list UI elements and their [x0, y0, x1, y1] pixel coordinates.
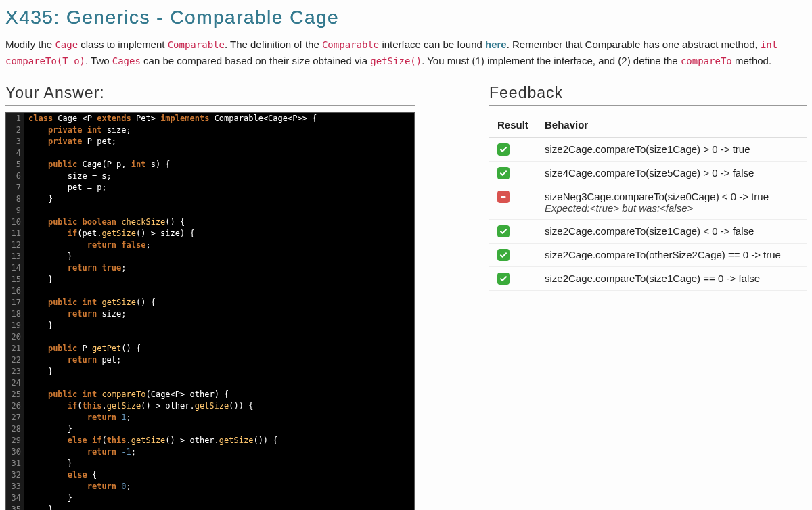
line-number: 34 [9, 492, 21, 504]
code-line[interactable] [28, 205, 317, 216]
line-number: 25 [9, 389, 21, 400]
code-line[interactable]: return 0; [28, 481, 317, 492]
code-line[interactable]: } [28, 492, 317, 504]
code-line[interactable] [28, 147, 317, 159]
minus-icon [497, 191, 510, 203]
code-line[interactable]: return -1; [28, 446, 317, 458]
line-number: 26 [9, 400, 21, 412]
code-line[interactable]: return pet; [28, 354, 317, 366]
code-line[interactable]: if(this.getSize() > other.getSize()) { [28, 400, 317, 412]
code-line[interactable]: } [28, 458, 317, 469]
code-getsize: getSize() [370, 55, 422, 66]
code-line[interactable]: private P pet; [28, 136, 317, 147]
behavior-text: size2Cage.compareTo(size1Cage) < 0 -> fa… [545, 225, 798, 237]
code-cage: Cage [55, 39, 78, 50]
line-number: 30 [9, 446, 21, 458]
page-title: X435: Generics - Comparable Cage [5, 7, 807, 28]
code-line[interactable] [28, 377, 317, 389]
code-line[interactable]: } [28, 251, 317, 262]
code-line[interactable] [28, 331, 317, 343]
line-number: 2 [9, 124, 21, 136]
code-line[interactable]: if(pet.getSize() > size) { [28, 228, 317, 239]
code-line[interactable]: } [28, 193, 317, 205]
code-line[interactable]: public Cage(P p, int s) { [28, 159, 317, 170]
line-number: 13 [9, 251, 21, 262]
check-icon [497, 225, 510, 237]
code-line[interactable]: return size; [28, 308, 317, 320]
instr-span: interface can be found [379, 39, 485, 50]
code-line[interactable]: public P getPet() { [28, 343, 317, 354]
line-gutter: 1234567891011121314151617181920212223242… [6, 113, 24, 510]
code-line[interactable]: public int compareTo(Cage<P> other) { [28, 389, 317, 400]
code-line[interactable]: else if(this.getSize() > other.getSize()… [28, 435, 317, 446]
code-line[interactable]: public int getSize() { [28, 297, 317, 308]
code-line[interactable]: size = s; [28, 170, 317, 182]
line-number: 32 [9, 469, 21, 481]
line-number: 14 [9, 262, 21, 274]
line-number: 11 [9, 228, 21, 239]
code-line[interactable]: pet = p; [28, 182, 317, 193]
feedback-row: size2Cage.compareTo(size1Cage) == 0 -> f… [489, 267, 807, 291]
line-number: 10 [9, 216, 21, 228]
code-compareto: compareTo [681, 55, 732, 66]
line-number: 15 [9, 274, 21, 285]
check-icon [497, 249, 510, 261]
instr-span: Modify the [5, 39, 55, 50]
behavior-text: size4Cage.compareTo(size5Cage) > 0 -> fa… [545, 167, 798, 179]
line-number: 4 [9, 147, 21, 159]
svg-rect-0 [501, 196, 506, 198]
code-line[interactable]: else { [28, 469, 317, 481]
line-number: 23 [9, 366, 21, 377]
feedback-row: size2Cage.compareTo(size1Cage) > 0 -> tr… [489, 138, 807, 162]
code-area[interactable]: class Cage <P extends Pet> implements Co… [24, 113, 321, 510]
instr-span: . Two [85, 55, 112, 66]
line-number: 33 [9, 481, 21, 492]
line-number: 22 [9, 354, 21, 366]
instr-span: . The definition of the [225, 39, 322, 50]
check-icon [497, 143, 510, 156]
instr-span: . You must (1) implement the interface, … [422, 55, 681, 66]
code-cages: Cages [112, 55, 141, 66]
line-number: 17 [9, 297, 21, 308]
instr-span: can be compared based on their size obta… [141, 55, 370, 66]
feedback-row: size2Cage.compareTo(size1Cage) < 0 -> fa… [489, 220, 807, 244]
code-line[interactable]: } [28, 274, 317, 285]
col-behavior: Behavior [537, 112, 807, 138]
line-number: 3 [9, 136, 21, 147]
code-editor[interactable]: 1234567891011121314151617181920212223242… [5, 112, 415, 510]
expected-text: Expected:<true> but was:<false> [545, 202, 798, 214]
code-line[interactable]: return false; [28, 239, 317, 251]
line-number: 9 [9, 205, 21, 216]
code-line[interactable]: class Cage <P extends Pet> implements Co… [28, 113, 317, 124]
code-comparable: Comparable [322, 39, 379, 50]
line-number: 1 [9, 113, 21, 124]
line-number: 7 [9, 182, 21, 193]
code-line[interactable]: return true; [28, 262, 317, 274]
code-line[interactable]: } [28, 320, 317, 331]
line-number: 24 [9, 377, 21, 389]
code-line[interactable]: private int size; [28, 124, 317, 136]
line-number: 12 [9, 239, 21, 251]
code-line[interactable]: } [28, 366, 317, 377]
behavior-text: size2Cage.compareTo(size1Cage) > 0 -> tr… [545, 143, 798, 155]
answer-heading: Your Answer: [5, 84, 415, 106]
line-number: 8 [9, 193, 21, 205]
code-line[interactable]: } [28, 504, 317, 510]
line-number: 20 [9, 331, 21, 343]
code-line[interactable]: return 1; [28, 412, 317, 423]
instructions-text: Modify the Cage class to implement Compa… [5, 37, 807, 69]
line-number: 28 [9, 423, 21, 435]
check-icon [497, 167, 510, 179]
instr-span: class to implement [78, 39, 168, 50]
line-number: 19 [9, 320, 21, 331]
here-link[interactable]: here [485, 39, 507, 50]
instr-span: . Remember that Comparable has one abstr… [507, 39, 761, 50]
line-number: 31 [9, 458, 21, 469]
line-number: 27 [9, 412, 21, 423]
line-number: 29 [9, 435, 21, 446]
feedback-row: size4Cage.compareTo(size5Cage) > 0 -> fa… [489, 162, 807, 185]
code-line[interactable]: public boolean checkSize() { [28, 216, 317, 228]
code-line[interactable] [28, 285, 317, 297]
col-result: Result [489, 112, 537, 138]
code-line[interactable]: } [28, 423, 317, 435]
